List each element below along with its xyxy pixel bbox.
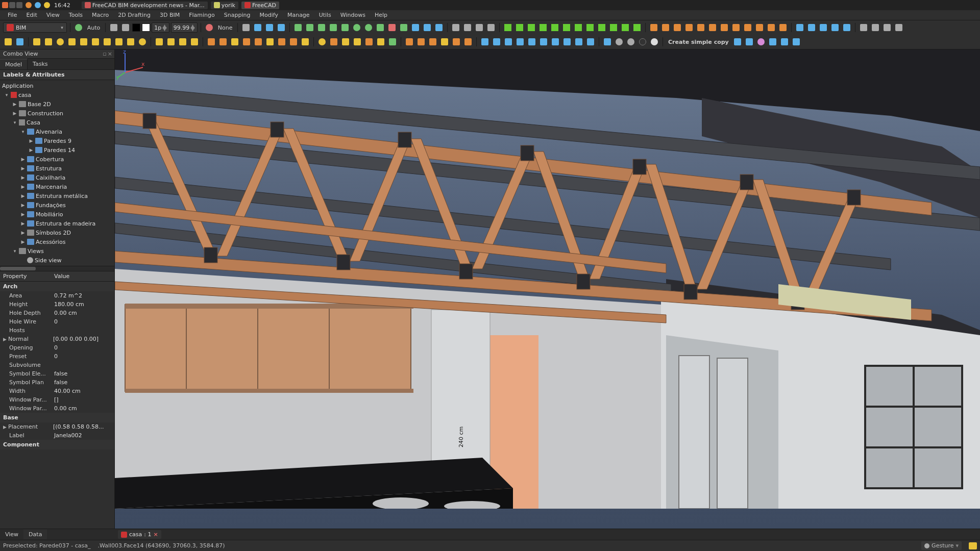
- expand-icon[interactable]: ▶: [12, 102, 17, 107]
- tool-button[interactable]: [439, 37, 450, 47]
- snap-special[interactable]: [387, 22, 397, 33]
- tree-item[interactable]: ▾Alvenaria: [0, 127, 114, 136]
- expand-icon[interactable]: ▶: [20, 203, 26, 208]
- slab-button[interactable]: [241, 37, 252, 47]
- flamingo-button[interactable]: [707, 22, 718, 33]
- menu-flamingo[interactable]: Flamingo: [184, 10, 219, 20]
- property-value[interactable]: false: [54, 379, 114, 386]
- menu-2d-drafting[interactable]: 2D Drafting: [113, 10, 155, 20]
- property-value[interactable]: 0.00 cm: [54, 405, 114, 412]
- tree-item[interactable]: ▶Caixilharia: [0, 173, 114, 182]
- tool-button[interactable]: [288, 37, 299, 47]
- tool-button[interactable]: [451, 37, 461, 47]
- property-row[interactable]: LabelJanela002: [0, 431, 114, 440]
- util-button[interactable]: [818, 22, 828, 33]
- line-width-spin[interactable]: 1p ▲▼: [152, 22, 169, 33]
- tree-item[interactable]: ▶Marcenaria: [0, 182, 114, 191]
- menu-macro[interactable]: Macro: [87, 10, 113, 20]
- snap-par[interactable]: [375, 22, 385, 33]
- tool-button[interactable]: [352, 37, 362, 47]
- property-row[interactable]: Width40.00 cm: [0, 387, 114, 395]
- flamingo-button[interactable]: [766, 22, 776, 33]
- tree-application[interactable]: Application: [0, 81, 114, 90]
- util-button[interactable]: [842, 22, 852, 33]
- expand-icon[interactable]: ▶: [20, 239, 26, 244]
- tool-button[interactable]: [317, 37, 327, 47]
- tool-button[interactable]: [416, 37, 426, 47]
- snap-near[interactable]: [399, 22, 409, 33]
- taskbar-item[interactable]: yorik: [211, 2, 238, 9]
- bezier-button[interactable]: [126, 37, 136, 47]
- flamingo-button[interactable]: [561, 22, 572, 33]
- property-row[interactable]: Opening0: [0, 343, 114, 352]
- tool-button[interactable]: [462, 22, 473, 33]
- property-value[interactable]: 0: [54, 318, 114, 325]
- statusbar-icon[interactable]: [969, 542, 977, 549]
- wire-button[interactable]: [43, 37, 54, 47]
- property-row[interactable]: Area0.72 m^2: [0, 291, 114, 300]
- tool-button[interactable]: [387, 37, 398, 47]
- workbench-selector[interactable]: BIM ▾: [3, 22, 67, 33]
- window-button[interactable]: [265, 37, 275, 47]
- snap-dim[interactable]: [422, 22, 432, 33]
- tree-item[interactable]: ▶Paredes 9: [0, 136, 114, 145]
- tool-button[interactable]: [768, 37, 778, 47]
- menu-utils[interactable]: Utils: [314, 10, 336, 20]
- taskbar-item[interactable]: FreeCAD BIM development news - Mar...: [82, 2, 208, 9]
- bspline-button[interactable]: [114, 37, 124, 47]
- clone-button[interactable]: [550, 37, 560, 47]
- property-value[interactable]: [0.00 0.00 0.00]: [53, 336, 114, 342]
- expand-icon[interactable]: ▶: [20, 157, 26, 162]
- property-value[interactable]: 0.00 cm: [54, 310, 114, 316]
- flamingo-button[interactable]: [550, 22, 560, 33]
- snap-ext[interactable]: [363, 22, 374, 33]
- prop-group-base[interactable]: Base: [0, 413, 114, 422]
- open-button[interactable]: [15, 37, 25, 47]
- prop-group-component[interactable]: Component: [0, 440, 114, 449]
- close-icon[interactable]: ×: [108, 51, 112, 57]
- property-row[interactable]: Hole Wire0: [0, 317, 114, 326]
- tab-view[interactable]: View: [0, 530, 23, 539]
- property-value[interactable]: 40.00 cm: [54, 388, 114, 394]
- tool-button[interactable]: [404, 37, 414, 47]
- new-button[interactable]: [3, 37, 13, 47]
- flamingo-button[interactable]: [514, 22, 525, 33]
- flamingo-button[interactable]: [719, 22, 729, 33]
- poly-button[interactable]: [79, 37, 89, 47]
- flamingo-button[interactable]: [696, 22, 706, 33]
- expand-icon[interactable]: ▾: [12, 248, 17, 254]
- menu-modify[interactable]: Modify: [255, 10, 282, 20]
- tool-button[interactable]: [756, 37, 766, 47]
- dimension-button[interactable]: [178, 37, 188, 47]
- color-swatch[interactable]: [132, 23, 140, 32]
- tab-tasks[interactable]: Tasks: [28, 59, 53, 69]
- menu-help[interactable]: Help: [370, 10, 392, 20]
- tree-item[interactable]: ▾Views: [0, 246, 114, 256]
- expand-icon[interactable]: ▶: [12, 111, 17, 116]
- flamingo-button[interactable]: [632, 22, 642, 33]
- pipe-button[interactable]: [300, 37, 310, 47]
- property-row[interactable]: Window Par...[]: [0, 395, 114, 404]
- tool-button[interactable]: [376, 37, 386, 47]
- tool-button[interactable]: [277, 37, 287, 47]
- property-value[interactable]: 180.00 cm: [54, 301, 114, 308]
- tree-hscroll[interactable]: [0, 266, 114, 271]
- expand-icon[interactable]: ▶: [20, 175, 26, 180]
- prop-group-arch[interactable]: Arch: [0, 282, 114, 291]
- property-value[interactable]: [(0.58 0.58 0.58...: [53, 423, 114, 430]
- tree-item[interactable]: ▶Acessórios: [0, 237, 114, 246]
- property-row[interactable]: Symbol Planfalse: [0, 378, 114, 387]
- property-value[interactable]: false: [54, 370, 114, 377]
- menu-view[interactable]: View: [42, 10, 64, 20]
- flamingo-button[interactable]: [597, 22, 607, 33]
- point-button[interactable]: [137, 37, 148, 47]
- flamingo-button[interactable]: [660, 22, 671, 33]
- os-close-button[interactable]: [2, 2, 8, 8]
- arc-button[interactable]: [67, 37, 77, 47]
- tool-button[interactable]: [474, 22, 484, 33]
- rect-button[interactable]: [90, 37, 101, 47]
- property-value[interactable]: 0: [54, 344, 114, 351]
- flamingo-button[interactable]: [731, 22, 741, 33]
- snap-button[interactable]: [276, 22, 286, 33]
- flamingo-button[interactable]: [649, 22, 659, 33]
